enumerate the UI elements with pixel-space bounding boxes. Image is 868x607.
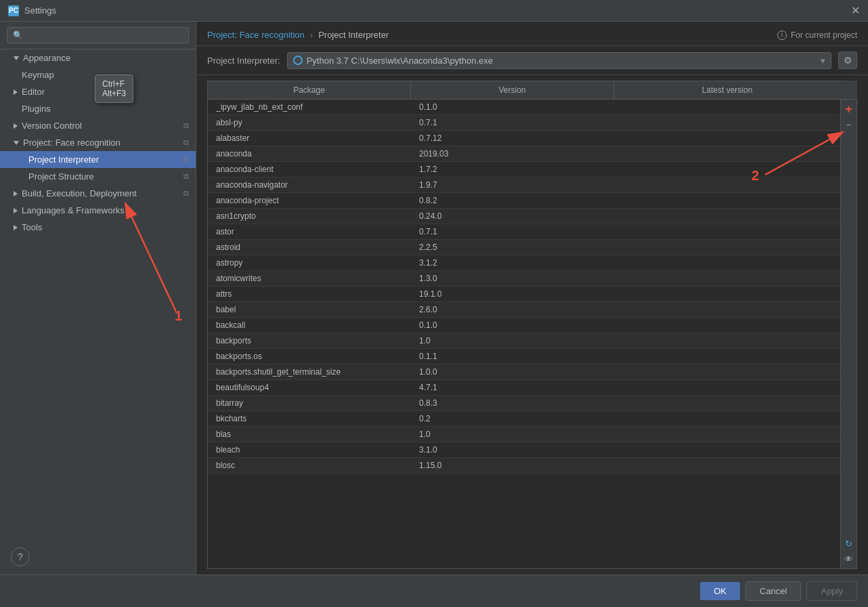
col-header-latest: Latest version: [614, 81, 840, 99]
search-input[interactable]: [7, 27, 189, 43]
td-package: backports: [208, 333, 411, 348]
table-row[interactable]: bleach 3.1.0: [208, 442, 840, 458]
remove-package-button[interactable]: −: [842, 118, 856, 131]
sidebar-item-label: Project: Face recognition: [23, 138, 121, 148]
table-row[interactable]: babel 2.6.0: [208, 302, 840, 318]
td-package: backcall: [208, 318, 411, 333]
sidebar: Appearance Keymap Editor Plugins Version…: [0, 22, 196, 574]
title-bar-left: PC Settings: [8, 5, 56, 16]
interpreter-settings-button[interactable]: ⚙: [838, 51, 857, 69]
td-package: beautifulsoup4: [208, 380, 411, 395]
copy-icon-project-face: ⧉: [183, 138, 189, 147]
td-latest: [614, 396, 840, 411]
td-version: 0.2: [411, 411, 614, 426]
sidebar-item-project-structure[interactable]: Project Structure ⧉: [0, 168, 196, 185]
table-row[interactable]: asn1crypto 0.24.0: [208, 209, 840, 224]
sidebar-item-label: Project Interpreter: [28, 154, 99, 165]
td-version: 3.1.2: [411, 255, 614, 270]
sidebar-item-label: Languages & Frameworks: [22, 205, 125, 215]
sidebar-item-project-face[interactable]: Project: Face recognition ⧉: [0, 134, 196, 151]
table-row[interactable]: astroid 2.2.5: [208, 240, 840, 255]
td-package: babel: [208, 302, 411, 317]
col-header-package: Package: [208, 81, 411, 99]
td-package: astor: [208, 224, 411, 239]
table-row[interactable]: anaconda-navigator 1.9.7: [208, 177, 840, 193]
td-package: asn1crypto: [208, 209, 411, 224]
help-button[interactable]: ?: [11, 547, 30, 566]
td-latest: [614, 177, 840, 192]
table-row[interactable]: _ipyw_jlab_nb_ext_conf 0.1.0: [208, 100, 840, 115]
table-row[interactable]: beautifulsoup4 4.7.1: [208, 380, 840, 396]
info-icon: i: [777, 30, 787, 40]
apply-button[interactable]: Apply: [806, 581, 857, 601]
sidebar-item-label: Build, Execution, Deployment: [22, 188, 137, 198]
table-row[interactable]: anaconda-project 0.8.2: [208, 193, 840, 209]
sidebar-item-appearance[interactable]: Appearance: [0, 49, 196, 66]
python-icon: [293, 56, 303, 65]
table-row[interactable]: anaconda 2019.03: [208, 146, 840, 162]
td-latest: [614, 458, 840, 473]
table-row[interactable]: blas 1.0: [208, 427, 840, 442]
table-header: Package Version Latest version: [207, 81, 857, 99]
content-area: Project: Face recognition › Project Inte…: [196, 22, 868, 574]
sidebar-item-label: Version Control: [22, 121, 82, 131]
table-row[interactable]: bkcharts 0.2: [208, 411, 840, 427]
td-version: 4.7.1: [411, 380, 614, 395]
table-row[interactable]: astropy 3.1.2: [208, 255, 840, 271]
sidebar-item-label: Editor: [22, 87, 45, 97]
td-latest: [614, 364, 840, 379]
breadcrumb-parent[interactable]: Project: Face recognition: [207, 30, 305, 40]
table-row[interactable]: attrs 19.1.0: [208, 287, 840, 302]
interpreter-row: Project Interpreter: Python 3.7 C:\Users…: [196, 46, 868, 75]
sidebar-item-label: Tools: [22, 222, 42, 232]
table-row[interactable]: backports.os 0.1.1: [208, 349, 840, 364]
table-row[interactable]: backports 1.0: [208, 333, 840, 349]
td-latest: [614, 318, 840, 333]
td-latest: [614, 349, 840, 364]
cancel-button[interactable]: Cancel: [745, 581, 801, 601]
table-row[interactable]: astor 0.7.1: [208, 224, 840, 240]
breadcrumb-left: Project: Face recognition › Project Inte…: [207, 30, 389, 40]
table-row[interactable]: anaconda-client 1.7.2: [208, 162, 840, 177]
interpreter-select[interactable]: Python 3.7 C:\Users\wlx\Anaconda3\python…: [287, 52, 831, 69]
table-body[interactable]: _ipyw_jlab_nb_ext_conf 0.1.0 absl-py 0.7…: [208, 100, 840, 568]
table-row[interactable]: backcall 0.1.0: [208, 318, 840, 333]
td-version: 0.1.1: [411, 349, 614, 364]
td-latest: [614, 146, 840, 161]
td-latest: [614, 162, 840, 177]
td-version: 1.9.7: [411, 177, 614, 192]
toggle-view-button[interactable]: 👁: [842, 552, 856, 566]
search-bar: [0, 22, 196, 49]
table-row[interactable]: backports.shutil_get_terminal_size 1.0.0: [208, 364, 840, 380]
td-latest: [614, 240, 840, 255]
td-latest: [614, 115, 840, 130]
sidebar-item-tools[interactable]: Tools: [0, 219, 196, 236]
sidebar-item-version-control[interactable]: Version Control ⧉: [0, 117, 196, 134]
breadcrumb-info-text: For current project: [791, 30, 857, 40]
td-package: bkcharts: [208, 411, 411, 426]
td-version: 1.7.2: [411, 162, 614, 177]
td-latest: [614, 380, 840, 395]
td-latest: [614, 302, 840, 317]
table-row[interactable]: alabaster 0.7.12: [208, 131, 840, 146]
td-version: 1.15.0: [411, 458, 614, 473]
add-package-button[interactable]: +: [842, 102, 856, 116]
table-row[interactable]: bitarray 0.8.3: [208, 396, 840, 411]
td-version: 0.7.12: [411, 131, 614, 146]
sidebar-item-languages[interactable]: Languages & Frameworks: [0, 202, 196, 219]
sidebar-item-build-execution[interactable]: Build, Execution, Deployment ⧉: [0, 185, 196, 202]
td-latest: [614, 224, 840, 239]
ok-button[interactable]: OK: [700, 582, 740, 600]
interpreter-value-text: Python 3.7 C:\Users\wlx\Anaconda3\python…: [307, 56, 493, 66]
table-row[interactable]: absl-py 0.7.1: [208, 115, 840, 131]
sidebar-item-project-interpreter[interactable]: Project Interpreter ⧉: [0, 151, 196, 168]
td-package: bleach: [208, 442, 411, 457]
td-version: 0.24.0: [411, 209, 614, 224]
table-row[interactable]: atomicwrites 1.3.0: [208, 271, 840, 287]
reload-packages-button[interactable]: ↻: [842, 537, 856, 550]
title-bar: PC Settings ✕: [0, 0, 868, 22]
window-title: Settings: [24, 5, 56, 16]
table-row[interactable]: blosc 1.15.0: [208, 458, 840, 474]
close-button[interactable]: ✕: [851, 4, 860, 17]
expand-icon-tools: [14, 225, 18, 230]
